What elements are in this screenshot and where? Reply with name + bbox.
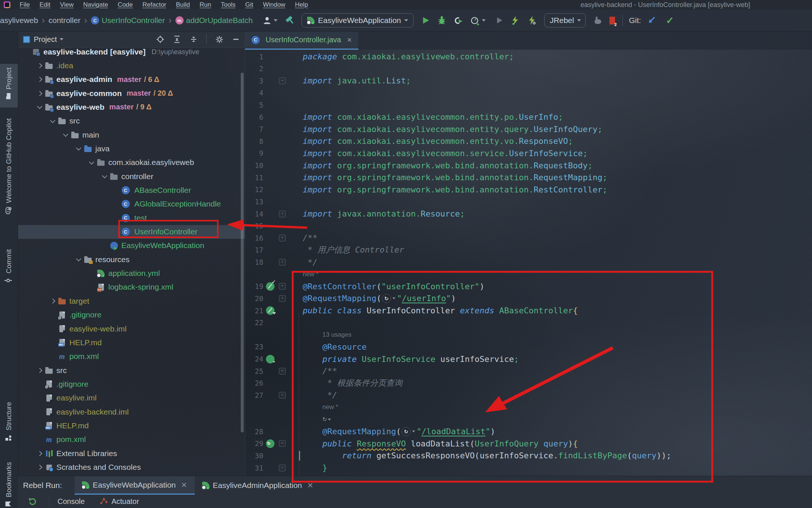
git-update-button[interactable] <box>647 16 657 25</box>
project-scrollbar[interactable] <box>241 73 244 432</box>
code-line-16[interactable]: 16−/** <box>245 232 812 244</box>
chevron-right-icon[interactable] <box>37 63 42 68</box>
code-line-23[interactable]: 23@Resource <box>245 341 812 353</box>
chevron-down-icon[interactable] <box>76 256 81 261</box>
stripe-button-project[interactable]: Project <box>0 64 18 108</box>
chevron-right-icon[interactable] <box>37 451 42 456</box>
stripe-button-welcome-to-github-copilot[interactable]: ?Welcome to GitHub Copilot <box>0 115 18 228</box>
code-line-14[interactable]: 14˄import javax.annotation.Resource; <box>245 208 812 220</box>
code-line-3[interactable]: 3−import java.util.List; <box>245 75 812 87</box>
code-line-2[interactable]: 2 <box>245 63 812 75</box>
hotswap-icon[interactable]: ↻ <box>322 416 327 423</box>
gutter-spring-map-icon[interactable] <box>266 439 274 448</box>
close-icon[interactable]: ✕ <box>181 481 187 489</box>
code-line-10[interactable]: 10import org.springframework.web.bind.an… <box>245 159 812 172</box>
tree-item-aglobalexceptionhandle[interactable]: CAGlobalExceptionHandle <box>18 197 245 211</box>
fold-marker[interactable]: − <box>279 368 286 375</box>
fold-marker[interactable]: ˄ <box>279 465 286 471</box>
tree-item-resources[interactable]: resources <box>18 253 245 266</box>
breadcrumb-controller[interactable]: controller <box>49 16 80 25</box>
fold-marker[interactable]: ˄ <box>279 211 286 217</box>
tree-item-easylive-web.iml[interactable]: easylive-web.iml <box>18 322 245 336</box>
rerun-button[interactable] <box>27 497 37 506</box>
breadcrumb-asyliveweb[interactable]: asyliveweb <box>0 16 38 25</box>
inlay-hint[interactable]: new * <box>322 403 338 411</box>
code-line-26[interactable]: 26 * 根据条件分页查询 <box>245 377 812 389</box>
menu-build[interactable]: Build <box>176 1 190 9</box>
code-line-17[interactable]: 17 * 用户信息 Controller <box>245 244 812 256</box>
git-commit-button[interactable]: ✓ <box>664 15 676 26</box>
fold-marker[interactable]: − <box>279 440 286 447</box>
code-line-6[interactable]: 6import com.xiaokai.easylivecommon.entit… <box>245 111 812 123</box>
debug-button[interactable] <box>437 16 447 25</box>
tree-item-src[interactable]: src <box>18 114 245 128</box>
chevron-down-icon[interactable] <box>60 38 63 42</box>
tree-item-pom.xml[interactable]: mpom.xml <box>18 350 245 363</box>
chevron-down-icon[interactable] <box>63 132 68 137</box>
gutter-spring-arrow-icon[interactable] <box>266 355 274 363</box>
breadcrumb-addOrUpdateBatch[interactable]: maddOrUpdateBatch <box>175 16 253 25</box>
url-mapping-icon[interactable]: ↻ <box>382 294 391 303</box>
tree-item-abasecontroller[interactable]: CABaseController <box>18 184 245 197</box>
code-line-20[interactable]: 20˄@RequestMapping(↻"/userInfo") <box>245 292 812 304</box>
tree-item-easylive-common[interactable]: easylive-commonmaster/ 20 Δ <box>18 86 245 100</box>
tree-item-logback-spring.xml[interactable]: logback-spring.xml <box>18 280 245 294</box>
profile-button[interactable] <box>262 16 277 25</box>
tree-item-easylive-admin[interactable]: easylive-adminmaster/ 6 Δ <box>18 73 245 86</box>
code-line-31[interactable]: 31˄} <box>245 462 812 474</box>
jrebel-debug-button[interactable] <box>527 16 537 26</box>
tree-item-userinfocontroller[interactable]: CUserInfoController <box>18 225 245 239</box>
build-button[interactable] <box>284 15 295 26</box>
code-line-7[interactable]: 7import com.xiaokai.easylivecommon.entit… <box>245 123 812 135</box>
fold-marker[interactable]: − <box>279 283 286 290</box>
menu-git[interactable]: Git <box>245 1 253 9</box>
menu-run[interactable]: Run <box>200 1 211 9</box>
locate-file-button[interactable] <box>156 35 164 43</box>
menu-window[interactable]: Window <box>263 1 285 9</box>
code-line-13[interactable]: 13 <box>245 195 812 208</box>
jrebel-agent-button[interactable] <box>593 15 603 26</box>
code-line-1[interactable]: 1package com.xiaokai.easyliveweb.control… <box>245 50 812 63</box>
chevron-right-icon[interactable] <box>37 77 42 82</box>
inlay-hint[interactable]: new * <box>303 271 319 278</box>
fold-marker[interactable]: − <box>279 235 286 241</box>
breadcrumb-UserInfoController[interactable]: CUserInfoController <box>91 16 165 25</box>
fold-marker[interactable]: − <box>279 77 286 84</box>
code-line-28[interactable]: 28@RequestMapping(↻"/loadDataList") <box>245 425 812 438</box>
tree-item-test[interactable]: Ctest <box>18 211 245 225</box>
url-mapping-icon[interactable]: ↻ <box>402 427 411 436</box>
run-tab-easyliveadminapplication[interactable]: EasyliveAdminApplication✕ <box>195 476 321 495</box>
code-line-12[interactable]: 12import org.springframework.web.bind.an… <box>245 184 812 196</box>
tree-item-external-libraries[interactable]: External Libraries <box>18 446 245 460</box>
tree-item-application.yml[interactable]: application.yml <box>18 267 245 280</box>
tree-item-controller[interactable]: controller <box>18 169 245 183</box>
tree-item-easylivewebapplication[interactable]: EasyliveWebApplication <box>18 239 245 253</box>
rerun-disabled-button[interactable] <box>495 16 504 25</box>
tree-item-easylive.iml[interactable]: easylive.iml <box>18 391 245 405</box>
gear-icon[interactable] <box>215 35 224 44</box>
menu-edit[interactable]: Edit <box>39 1 50 9</box>
tree-item-easylive-web[interactable]: easylive-webmaster/ 9 Δ <box>18 100 245 114</box>
chevron-down-icon[interactable] <box>50 118 55 123</box>
tree-item-.gitignore[interactable]: .gitignore <box>18 377 245 391</box>
hide-panel-button[interactable] <box>232 36 240 43</box>
gutter-spring-leaf-icon[interactable] <box>266 306 274 315</box>
chevron-down-icon[interactable] <box>76 145 81 151</box>
menu-file[interactable]: File <box>20 1 30 9</box>
tree-item-help.md[interactable]: HELP.md <box>18 419 245 432</box>
code-line-15[interactable]: 15 <box>245 220 812 232</box>
fold-marker[interactable]: ˄ <box>279 392 286 399</box>
close-icon[interactable]: × <box>347 35 352 45</box>
chevron-down-icon[interactable] <box>89 159 94 165</box>
run-configuration-select[interactable]: EasyliveWebApplication <box>302 13 414 27</box>
tree-item-scratches-and-consoles[interactable]: Scratches and Consoles <box>18 461 245 474</box>
code-line-29[interactable]: 29−public ResponseVO loadDataList(UserIn… <box>245 438 812 450</box>
code-line-21[interactable]: 21public class UserInfoController extend… <box>245 304 812 317</box>
inlay-hint[interactable]: 13 usages <box>322 331 351 339</box>
tree-item-help.md[interactable]: HELP.md <box>18 336 245 349</box>
menu-code[interactable]: Code <box>118 1 133 9</box>
expand-all-button[interactable] <box>173 35 181 43</box>
run-tab-easylivewebapplication[interactable]: EasyliveWebApplication✕ <box>75 476 195 495</box>
run-with-coverage-button[interactable] <box>453 16 463 26</box>
tab-console[interactable]: Console <box>57 497 85 506</box>
